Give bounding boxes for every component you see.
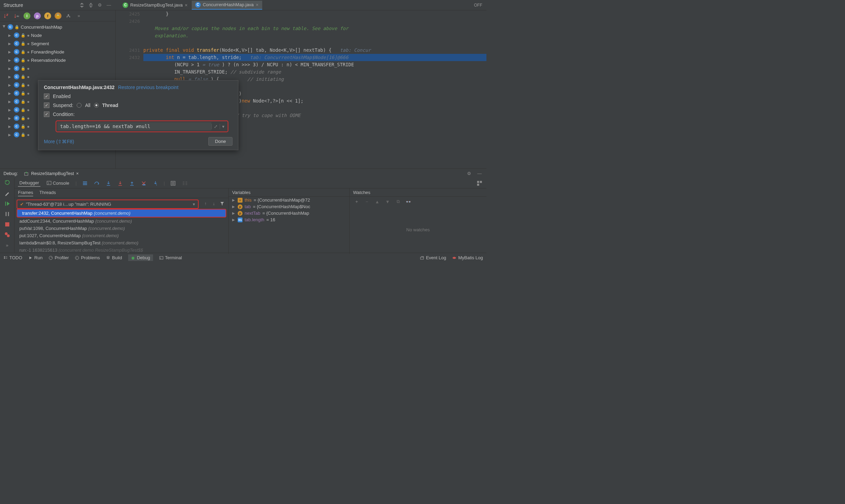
minimize-icon[interactable]: — (105, 2, 112, 9)
rerun-icon[interactable] (4, 180, 11, 186)
step-into-icon[interactable] (105, 180, 112, 187)
frame-row[interactable]: run:-1 1638215613 (concurrent demo Resiz… (15, 246, 228, 254)
run-toolwindow[interactable]: Run (28, 255, 42, 260)
close-icon[interactable]: × (185, 2, 188, 8)
restore-breakpoint-link[interactable]: Restore previous breakpoint (118, 85, 179, 90)
chevron-right-icon[interactable]: ▶ (8, 42, 12, 46)
threads-tab[interactable]: Threads (39, 190, 56, 196)
next-frame-icon[interactable]: ↓ (210, 200, 217, 207)
build-toolwindow[interactable]: Build (106, 255, 122, 260)
gear-icon[interactable]: ⚙ (466, 170, 473, 177)
chevron-right-icon[interactable]: ▶ (232, 211, 236, 215)
frame-row[interactable]: put:1027, ConcurrentHashMap (concurrent.… (15, 232, 228, 239)
evaluate-icon[interactable] (170, 180, 177, 187)
resume-icon[interactable] (4, 200, 11, 207)
layout-icon[interactable] (476, 180, 483, 187)
chevron-right-icon[interactable]: ▶ (232, 198, 236, 202)
force-step-into-icon[interactable] (117, 180, 124, 187)
step-over-icon[interactable] (93, 180, 100, 187)
show-interfaces-icon[interactable]: I (23, 12, 30, 19)
more-icon[interactable]: » (75, 12, 82, 19)
todo-toolwindow[interactable]: TODO (3, 255, 22, 260)
stop-icon[interactable] (4, 221, 11, 228)
watch-up-icon[interactable]: ▲ (374, 198, 381, 205)
show-fields-icon[interactable]: f (44, 12, 51, 19)
reader-mode-off[interactable]: OFF (474, 3, 486, 8)
tab-resize-stamp-bug-test[interactable]: C ResizeStampBugTest.java × (119, 1, 191, 9)
tree-item[interactable]: ▶ C 🔒 ● Segment (0, 39, 115, 48)
gear-icon[interactable]: ⚙ (96, 2, 103, 9)
variable-row[interactable]: ▶ p tab = {ConcurrentHashMap$Noc (229, 203, 349, 210)
debugger-tab[interactable]: Debugger (18, 180, 40, 187)
show-non-public-icon[interactable]: 🔒 (55, 12, 61, 19)
frame-row[interactable]: lambda$main$0:8, ResizeStampBugTest (con… (15, 239, 228, 246)
tree-item[interactable]: ▶ C 🔒 ● Node (0, 31, 115, 39)
debug-config-tab[interactable]: ResizeStampBugTest × (21, 170, 82, 177)
suspend-thread-radio[interactable] (94, 103, 99, 108)
trace-icon[interactable] (181, 180, 188, 187)
pause-icon[interactable] (4, 211, 11, 217)
enabled-checkbox[interactable] (44, 94, 49, 99)
chevron-right-icon[interactable]: ▶ (232, 218, 236, 222)
chevron-right-icon[interactable]: ▶ (8, 58, 12, 62)
sort-visibility-icon[interactable]: az (13, 12, 20, 19)
glasses-icon[interactable]: 👓 (405, 198, 412, 205)
tree-item[interactable]: ▶C🔒● (0, 64, 115, 72)
frame-row[interactable]: transfer:2432, ConcurrentHashMap (concur… (17, 209, 226, 217)
chevron-right-icon[interactable]: ▶ (8, 33, 12, 37)
watch-down-icon[interactable]: ▼ (384, 198, 391, 205)
tree-item[interactable]: ▶C🔒● (0, 72, 115, 81)
remove-watch-icon[interactable]: − (363, 198, 370, 205)
chevron-down-icon[interactable]: ▾ (193, 202, 195, 207)
more-icon[interactable]: » (4, 242, 11, 249)
variable-row[interactable]: ▶ ≡ this = {ConcurrentHashMap@72 (229, 197, 349, 203)
frame-row[interactable]: addCount:2344, ConcurrentHashMap (concur… (15, 217, 228, 225)
condition-checkbox[interactable] (44, 112, 49, 117)
suspend-checkbox[interactable] (44, 103, 49, 108)
minimize-icon[interactable]: — (476, 170, 483, 177)
filter-icon[interactable] (219, 200, 226, 207)
frames-tab[interactable]: Frames (18, 190, 33, 196)
terminal-toolwindow[interactable]: Terminal (159, 255, 182, 260)
history-dropdown-icon[interactable]: ▾ (220, 124, 227, 129)
variable-row[interactable]: ▶ p nextTab = {ConcurrentHashMap (229, 210, 349, 216)
show-execution-point-icon[interactable] (82, 180, 88, 187)
problems-toolwindow[interactable]: !Problems (75, 255, 100, 260)
expand-icon[interactable]: ⤢ (211, 124, 220, 129)
debug-toolwindow[interactable]: Debug (128, 254, 153, 261)
chevron-right-icon[interactable]: ▶ (8, 50, 12, 54)
close-icon[interactable]: × (76, 171, 79, 176)
collapse-all-icon[interactable] (87, 2, 94, 9)
show-properties-icon[interactable]: p (34, 12, 41, 19)
profiler-toolwindow[interactable]: Profiler (49, 255, 69, 260)
event-log[interactable]: Event Log (420, 255, 446, 260)
suspend-all-radio[interactable] (77, 103, 82, 108)
tree-root[interactable]: ▶ C 🔒 ConcurrentHashMap (0, 23, 115, 31)
tab-concurrent-hash-map[interactable]: C ConcurrentHashMap.java × (192, 1, 262, 10)
condition-input[interactable] (57, 122, 211, 130)
tree-item[interactable]: ▶ C 🔒 ● ReservationNode (0, 56, 115, 64)
modify-run-icon[interactable] (4, 190, 11, 197)
mybatis-log[interactable]: MyBatis Log (452, 255, 483, 260)
sort-alpha-icon[interactable] (3, 12, 10, 19)
more-options-link[interactable]: More (⇧⌘F8) (44, 139, 74, 144)
run-to-cursor-icon[interactable]: I (152, 180, 159, 187)
close-icon[interactable]: × (256, 2, 258, 8)
frame-row[interactable]: putVal:1098, ConcurrentHashMap (concurre… (15, 225, 228, 232)
expand-all-icon[interactable] (78, 2, 85, 9)
show-inherited-icon[interactable] (65, 12, 72, 19)
thread-selector[interactable]: ✔ "Thread-63"@718 i…up "main": RUNNING ▾ (17, 200, 199, 209)
console-tab[interactable]: Console (45, 180, 70, 186)
duplicate-watch-icon[interactable]: ⧉ (395, 198, 401, 205)
step-out-icon[interactable] (129, 180, 135, 187)
prev-frame-icon[interactable]: ↑ (202, 200, 209, 207)
done-button[interactable]: Done (208, 137, 232, 146)
add-watch-icon[interactable]: ＋ (353, 198, 360, 205)
chevron-right-icon[interactable]: ▶ (232, 205, 236, 209)
tree-item[interactable]: ▶ C 🔒 ● ForwardingNode (0, 48, 115, 56)
int-badge-icon: 01 (238, 217, 243, 222)
view-breakpoints-icon[interactable] (4, 231, 11, 238)
variable-row[interactable]: ▶ 01 tab.length = 16 (229, 216, 349, 223)
chevron-down-icon[interactable]: ▶ (2, 25, 6, 29)
drop-frame-icon[interactable] (140, 180, 147, 187)
